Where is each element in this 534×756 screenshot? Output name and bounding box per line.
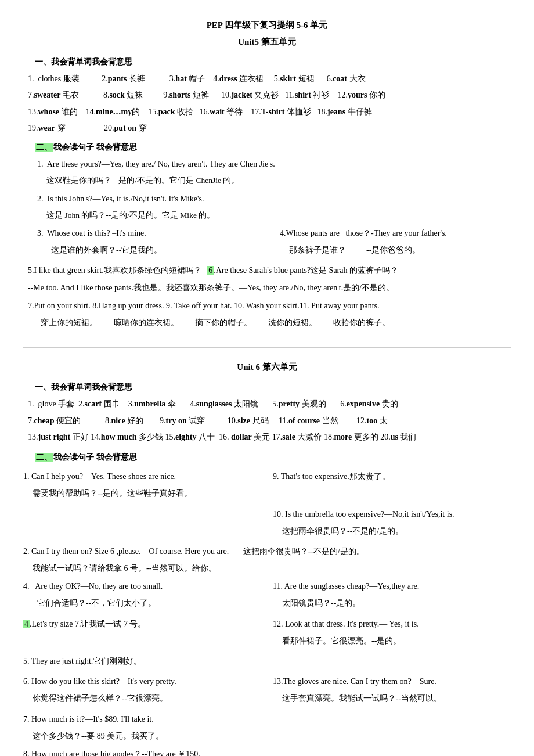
u6-sent-4-left: 4. Are they OK?—No, they are too small. … [23, 579, 261, 613]
vocab-row-2: 7.sweater 毛衣 8.sock 短袜 9.shorts 短裤 10.ja… [28, 88, 511, 102]
unit6-section2-highlight: 二、 [35, 453, 53, 462]
unit5-section1-label: 一、我会背单词我会背意思 [35, 57, 132, 66]
u6-sent-6-left: 6. How do you like this skirt?—It's very… [23, 674, 261, 708]
vocab-item: 3.hat 帽子 [169, 74, 211, 83]
u6-s2-en: 2. Can I try them on? Size 6 ,please.—Of… [23, 544, 511, 559]
sentence-7-en: 7.Put on your shirt. 8.Hang up your dres… [28, 298, 511, 313]
unit6-section2-label: 我会读句子 我会背意思 [53, 453, 137, 462]
u6-s4-en: 4. Are they OK?—No, they are too small. [23, 579, 261, 593]
sentence-3-cn-right: 那条裤子是谁？ --是你爸爸的。 [289, 243, 511, 257]
vocab-item: 11.shirt 衬衫 [285, 91, 335, 99]
u6-sent-7: 7. How much is it?—It's $89. I'll take i… [23, 712, 511, 743]
vocab-item: 8.sock 短袜 [103, 91, 161, 99]
vocab-item: 20.put on 穿 [104, 124, 147, 132]
unit6-section1-title: 一、我会背单词我会背意思 [35, 380, 511, 394]
u6-s10-cn: 这把雨伞很贵吗？--不是的/是的。 [282, 524, 511, 538]
vocab-item: 1. clothes 服装 [28, 74, 100, 83]
vocab-row-3: 13.whose 谁的 14.mine…my的 15.pack 收拾 16.wa… [28, 105, 511, 119]
vocab-item: 14.mine…my的 [86, 107, 146, 116]
vocab-item: 6.expensive 贵的 [340, 399, 398, 408]
sentence-3-en-right: 4.Whose pants are those？-They are your f… [280, 226, 511, 240]
vocab-item: 1. glove 手套 [28, 399, 77, 408]
u6-sent-10: 10. Is the umbrella too expensive?—No,it… [23, 507, 511, 541]
sentence-7-cn: 穿上你的短裙。 晾晒你的连衣裙。 摘下你的帽子。 洗你的短裙。 收拾你的裤子。 [41, 315, 511, 330]
sentence-5-6: 5.I like that green skirt.我喜欢那条绿色的短裙吗？ 6… [23, 263, 511, 294]
num4-highlight: 4 [23, 620, 30, 628]
u6-s1-en: 1. Can I help you?—Yes. These shoes are … [23, 469, 261, 484]
vocab-item: 8.nice 好的 [105, 416, 158, 425]
vocab-item: 5.skirt 短裙 [274, 74, 325, 83]
unit6-vocab-row-3: 13.just right 正好 14.how much 多少钱 15.eigh… [28, 430, 511, 444]
unit6-section1: 一、我会背单词我会背意思 1. glove 手套 2.scarf 围巾 3.um… [23, 380, 511, 444]
u6-sent-1: 1. Can I help you?—Yes. These shoes are … [23, 469, 511, 503]
u6-s12-en: 12. Look at that dress. It's pretty.— Ye… [273, 617, 511, 631]
u6-s6-en: 6. How do you like this skirt?—It's very… [23, 674, 261, 689]
u6-sent-2: 2. Can I try them on? Size 6 ,please.—Of… [23, 544, 511, 575]
u6-sent-12-right: 12. Look at that dress. It's pretty.— Ye… [273, 617, 511, 650]
u6-s11-en: 11. Are the sunglasses cheap?—Yes,they a… [273, 579, 511, 593]
unit6-section1-label: 一、我会背单词我会背意思 [35, 383, 132, 391]
u6-s4-cn: 它们合适吗？--不，它们太小了。 [37, 596, 261, 610]
u6-sent-13-right [273, 654, 511, 671]
u6-sent-5-left: 5. They are just right.它们刚刚好。 [23, 654, 261, 671]
sentence-5-6-line2: --Me too. And I like those pants.我也是。我还喜… [28, 280, 511, 295]
num6-highlight: 6 [207, 266, 214, 275]
sentence-5-6-line1: 5.I like that green skirt.我喜欢那条绿色的短裙吗？ 6… [28, 263, 511, 278]
u6-sent-11-right: 11. Are the sunglasses cheap?—Yes,they a… [273, 579, 511, 613]
u6-s7-cn: 这个多少钱？--要 89 美元。我买了。 [33, 729, 511, 743]
u6-sent-5-13: 5. They are just right.它们刚刚好。 [23, 654, 511, 671]
sentence-1: 1. Are these yours?—Yes, they are./ No, … [23, 157, 511, 188]
u6-sent-1-right: 9. That's too expensive.那太贵了。 [273, 469, 511, 503]
unit5-section2-title: 二、我会读句子 我会背意思 [35, 140, 511, 154]
sentence-2: 2. Is this John's?—Yes, it is./No,it isn… [23, 192, 511, 222]
vocab-item: 15.pack 收拾 [148, 107, 197, 116]
vocab-item: 2.pants 长裤 [102, 74, 167, 83]
u6-s10-en: 10. Is the umbrella too expensive?—No,it… [273, 507, 511, 521]
section-divider [23, 347, 511, 348]
main-title: PEP 四年级下复习提纲 5-6 单元 [23, 17, 511, 33]
u6-sent-4-11: 4. Are they OK?—No, they are too small. … [23, 579, 511, 613]
unit6-section2: 二、我会读句子 我会背意思 1. Can I help you?—Yes. Th… [23, 450, 511, 756]
u6-sent-10-left [23, 507, 261, 541]
u6-s9-en: 9. That's too expensive.那太贵了。 [273, 469, 511, 484]
vocab-row-1: 1. clothes 服装 2.pants 长裤 3.hat 帽子 4.dres… [28, 71, 511, 86]
vocab-item: 13.whose 谁的 [28, 107, 84, 116]
vocab-item: 12.too 太 [356, 416, 388, 425]
u6-s13-en: 13.The gloves are nice. Can I try them o… [273, 674, 511, 689]
unit6-vocab-row-1: 1. glove 手套 2.scarf 围巾 3.umbrella 伞 4.su… [28, 397, 511, 411]
page-container: PEP 四年级下复习提纲 5-6 单元 Unit5 第五单元 一、我会背单词我会… [23, 17, 511, 756]
unit6-title: Unit 6 第六单元 [23, 359, 511, 375]
u6-sent-1-left: 1. Can I help you?—Yes. These shoes are … [23, 469, 261, 503]
u6-s5-en: 5. They are just right.它们刚刚好。 [23, 654, 261, 668]
sentence-2-cn: 这是 John 的吗？--是的/不是的。它是 Mike 的。 [46, 208, 511, 222]
u6-s8-en: 8. How much are those big apples？--They … [23, 747, 511, 756]
unit6-vocab-row-2: 7.cheap 便宜的 8.nice 好的 9.try on 试穿 10.siz… [28, 413, 511, 428]
u6-s2-cn: 我能试一试吗？请给我拿 6 号。--当然可以。给你。 [33, 561, 511, 575]
u6-sent-4b-left: 4.Let's try size 7.让我试一试 7 号。 [23, 617, 261, 650]
u6-s1-cn: 需要我的帮助吗？--是的。这些鞋子真好看。 [33, 486, 261, 501]
vocab-item: 9.try on 试穿 [160, 416, 225, 425]
u6-s11-cn: 太阳镜贵吗？--是的。 [282, 596, 511, 610]
sentence-1-en: 1. Are these yours?—Yes, they are./ No, … [37, 157, 511, 171]
u6-s13-cn: 这手套真漂亮。我能试一试吗？--当然可以。 [282, 691, 511, 705]
vocab-item: 2.scarf 围巾 [78, 399, 126, 408]
vocab-item: 7.cheap 便宜的 [28, 416, 103, 425]
vocab-item: 16.wait 等待 [200, 107, 249, 116]
u6-sent-4b-12: 4.Let's try size 7.让我试一试 7 号。 12. Look a… [23, 617, 511, 650]
vocab-item: 4.sunglasses 太阳镜 [190, 399, 270, 408]
vocab-item: 18.jeans 牛仔裤 [317, 107, 371, 116]
unit5-section2: 二、我会读句子 我会背意思 1. Are these yours?—Yes, t… [23, 140, 511, 330]
sentence-3: 3. Whose coat is this? –It's mine. 这是谁的外… [37, 226, 511, 260]
vocab-item: 17.T-shirt 体恤衫 [251, 107, 315, 116]
u6-s4b-en: 4.Let's try size 7.让我试一试 7 号。 [23, 617, 261, 631]
u6-s12-cn: 看那件裙子。它很漂亮。--是的。 [282, 633, 511, 648]
unit5-section1: 一、我会背单词我会背意思 1. clothes 服装 2.pants 长裤 3.… [23, 55, 511, 135]
sentence-3-cn-left: 这是谁的外套啊？--它是我的。 [51, 243, 268, 257]
sentence-3-en-left: 3. Whose coat is this? –It's mine. [37, 226, 268, 240]
vocab-item: 19.wear 穿 [28, 124, 102, 132]
vocab-item: 13.just right 正好 14.how much 多少钱 15.eigh… [28, 433, 416, 441]
vocab-item: 4.dress 连衣裙 [213, 74, 272, 83]
vocab-item: 10.jacket 夹克衫 [221, 91, 283, 99]
u6-sent-13b-right: 13.The gloves are nice. Can I try them o… [273, 674, 511, 708]
sentence-3-right: 4.Whose pants are those？-They are your f… [280, 226, 511, 260]
